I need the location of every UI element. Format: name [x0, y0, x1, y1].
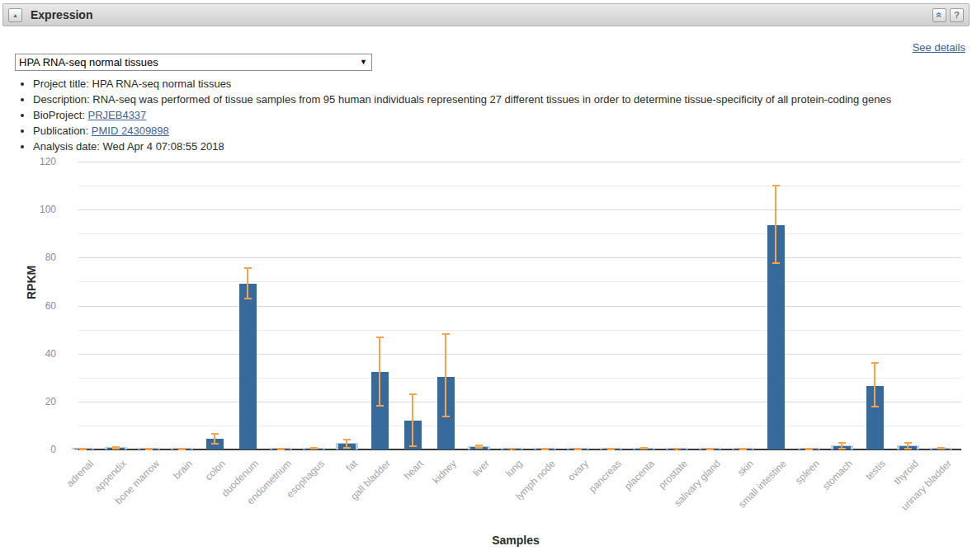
error-bar-cap-top: [904, 442, 912, 444]
grid-line: [78, 257, 961, 258]
x-tick-label: heart: [402, 458, 426, 482]
x-tick-label: liver: [470, 458, 491, 478]
meta-label: BioProject:: [33, 109, 85, 121]
meta-project-title: Project title: HPA RNA-seq normal tissue…: [33, 78, 891, 91]
error-bar-cap-top: [838, 442, 846, 444]
grid-line: [78, 330, 961, 331]
error-bar-cap-bottom: [904, 448, 912, 449]
x-tick-label: kidney: [430, 458, 458, 486]
y-tick-label: 80: [0, 252, 56, 263]
meta-value: RNA-seq was performed of tissue samples …: [92, 93, 891, 106]
grid-line: [78, 402, 961, 402]
x-tick-label: colon: [203, 458, 228, 482]
error-bar-cap-bottom: [739, 449, 747, 450]
expression-bar-chart: RPKM 020406080100120adrenalappendixbone …: [0, 153, 972, 560]
x-tick-label: brain: [171, 458, 195, 482]
error-bar-cap-top: [409, 393, 417, 395]
error-bar-cap-bottom: [178, 449, 186, 450]
plot-area: 020406080100120adrenalappendixbone marro…: [78, 162, 961, 449]
x-tick-label: placenta: [622, 458, 657, 492]
error-bar-cap-bottom: [409, 445, 417, 447]
error-bar-line: [247, 268, 248, 298]
error-bar-line: [379, 337, 380, 406]
grid-line: [78, 426, 961, 426]
x-tick-label: pancreas: [587, 458, 624, 495]
error-bar-cap-bottom: [211, 443, 219, 445]
error-bar-cap-top: [475, 445, 483, 446]
error-bar-cap-top: [376, 336, 384, 338]
error-bar-cap-top: [442, 333, 450, 335]
dataset-select-wrap: HPA RNA-seq normal tissues ▼: [15, 54, 372, 71]
grid-line: [78, 233, 961, 234]
error-bar-cap-bottom: [673, 448, 681, 449]
error-bar-cap-top: [211, 433, 219, 435]
bar[interactable]: [239, 284, 257, 449]
publication-link[interactable]: PMID 24309898: [92, 125, 169, 137]
x-tick-label: ovary: [565, 458, 591, 483]
error-bar-cap-bottom: [706, 449, 714, 450]
error-bar-cap-top: [244, 267, 252, 269]
grid-line: [78, 162, 961, 162]
error-bar-line: [445, 334, 446, 416]
error-bar-cap-bottom: [838, 448, 846, 449]
meta-publication: Publication: PMID 24309898: [33, 125, 891, 138]
error-bar-line: [412, 394, 413, 446]
error-bar-cap-bottom: [607, 449, 615, 450]
error-bar-cap-bottom: [145, 449, 153, 450]
meta-value: Wed Apr 4 07:08:55 2018: [103, 140, 224, 153]
meta-bioproject: BioProject: PRJEB4337: [33, 109, 891, 122]
collapse-section-button[interactable]: ▲: [8, 8, 22, 22]
error-bar-cap-bottom: [442, 416, 450, 417]
expression-section-header: ▲ Expression « ?: [2, 3, 970, 26]
dataset-select[interactable]: HPA RNA-seq normal tissues: [15, 54, 372, 71]
meta-label: Analysis date:: [33, 140, 100, 153]
y-tick-label: 100: [0, 204, 56, 215]
x-tick-label: adrenal: [64, 458, 96, 489]
grid-line: [78, 354, 961, 355]
x-tick-label: spleen: [793, 458, 822, 487]
meta-label: Publication:: [33, 125, 88, 137]
grid-line: [78, 209, 961, 210]
grid-line: [78, 378, 961, 379]
error-bar-cap-bottom: [79, 449, 87, 450]
error-bar-cap-bottom: [475, 447, 483, 449]
error-bar-cap-bottom: [772, 262, 780, 264]
x-tick-label: fat: [344, 458, 360, 473]
meta-description: Description: RNA-seq was performed of ti…: [33, 93, 891, 106]
meta-analysis-date: Analysis date: Wed Apr 4 07:08:55 2018: [33, 140, 891, 153]
y-tick-label: 0: [0, 444, 56, 455]
y-axis-title: RPKM: [25, 266, 38, 299]
bioproject-link[interactable]: PRJEB4337: [88, 109, 147, 121]
grid-line: [78, 306, 961, 307]
see-details-link[interactable]: See details: [913, 41, 965, 54]
error-bar-cap-bottom: [310, 448, 318, 449]
error-bar-line: [874, 363, 875, 407]
project-meta-list: Project title: HPA RNA-seq normal tissue…: [18, 78, 891, 156]
error-bar-cap-top: [343, 439, 351, 440]
error-bar-cap-bottom: [343, 447, 351, 449]
section-title: Expression: [31, 8, 92, 21]
meta-value: HPA RNA-seq normal tissues: [92, 78, 232, 90]
error-bar-cap-bottom: [112, 448, 120, 449]
x-tick-label: stomach: [820, 458, 855, 492]
x-tick-label: lung: [503, 458, 525, 479]
x-tick-label: thyroid: [892, 458, 921, 487]
error-bar-cap-bottom: [871, 406, 879, 407]
error-bar-cap-bottom: [376, 405, 384, 407]
error-bar-line: [775, 186, 776, 263]
question-mark-icon: ?: [954, 11, 960, 20]
error-bar-cap-top: [871, 362, 879, 364]
grid-line: [78, 186, 961, 186]
error-bar-cap-bottom: [541, 449, 549, 450]
error-bar-cap-bottom: [277, 449, 285, 450]
scroll-to-top-button[interactable]: «: [932, 8, 946, 22]
error-bar-cap-bottom: [574, 449, 582, 450]
y-tick-label: 40: [0, 348, 56, 360]
help-button[interactable]: ?: [950, 8, 964, 22]
meta-label: Project title:: [33, 78, 89, 90]
x-axis-title: Samples: [0, 534, 972, 547]
error-bar-cap-bottom: [244, 298, 252, 299]
meta-label: Description:: [33, 93, 90, 106]
error-bar-cap-bottom: [937, 448, 945, 449]
grid-line: [78, 281, 961, 282]
